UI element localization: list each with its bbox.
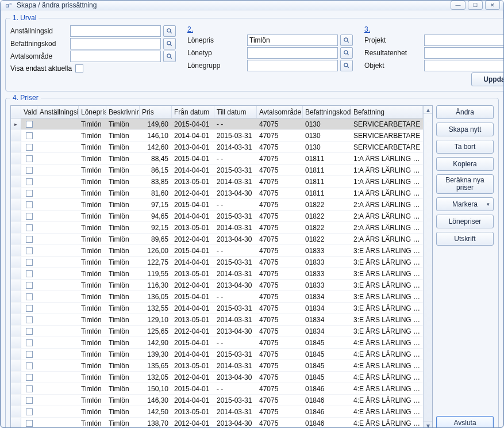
urval-mid-lookup-1[interactable] [340, 47, 353, 59]
table-row[interactable]: TimlönTimlön86,152014-04-012015-03-31470… [11, 165, 432, 176]
close-window-button[interactable]: ✕ [485, 1, 500, 10]
urval-right-input-2[interactable] [424, 60, 504, 71]
row-checkbox[interactable] [21, 178, 37, 185]
table-row[interactable]: TimlönTimlön97,152015-04-01- -4707501822… [11, 199, 432, 211]
table-row[interactable]: TimlönTimlön92,152013-05-012014-03-31470… [11, 222, 432, 234]
update-button[interactable]: Uppdatera [471, 72, 504, 86]
row-checkbox[interactable] [21, 247, 37, 254]
maximize-button[interactable]: ☐ [468, 1, 483, 10]
row-checkbox[interactable] [21, 132, 37, 139]
copy-button[interactable]: Kopiera [436, 157, 494, 171]
row-checkbox[interactable] [21, 374, 37, 381]
table-row[interactable]: TimlönTimlön150,102015-04-01- -470750184… [11, 383, 432, 395]
urval-left-lookup-0[interactable] [163, 25, 176, 37]
col-header-3[interactable]: Lönepris [79, 106, 106, 118]
urval-right-input-0[interactable] [424, 35, 504, 46]
row-checkbox[interactable] [21, 259, 37, 266]
col-header-9[interactable]: Befattningskod [303, 106, 351, 118]
urval-mid-lookup-0[interactable] [340, 35, 353, 46]
col-header-0[interactable] [11, 106, 21, 118]
row-checkbox[interactable] [21, 213, 37, 220]
delete-button[interactable]: Ta bort [436, 140, 494, 154]
table-row[interactable]: TimlönTimlön146,102014-04-012015-03-3147… [11, 130, 432, 142]
table-row[interactable]: TimlönTimlön132,552014-04-012015-03-3147… [11, 303, 432, 314]
urval-left-input-0[interactable] [70, 25, 161, 37]
row-checkbox[interactable] [21, 167, 37, 174]
row-checkbox[interactable] [21, 397, 37, 404]
lonepriser-button[interactable]: Lönepriser [436, 215, 494, 228]
col-header-2[interactable]: Anställningsid [37, 106, 79, 118]
row-checkbox[interactable] [21, 236, 37, 243]
table-row[interactable]: TimlönTimlön94,652014-04-012015-03-31470… [11, 211, 432, 222]
grid-scrollbar[interactable]: ▴▾ [423, 106, 432, 428]
table-row[interactable]: TimlönTimlön81,602012-04-012013-04-30470… [11, 188, 432, 199]
row-checkbox[interactable] [21, 385, 37, 392]
new-button[interactable]: Skapa nytt [436, 123, 494, 136]
row-checkbox[interactable] [21, 293, 37, 300]
avsluta-button[interactable]: Avsluta [436, 416, 494, 428]
table-row[interactable]: TimlönTimlön136,052015-04-01- -470750183… [11, 291, 432, 303]
print-button[interactable]: Utskrift [436, 232, 494, 246]
table-row[interactable]: TimlönTimlön125,652012-04-012013-04-3047… [11, 326, 432, 337]
table-row[interactable]: TimlönTimlön119,552013-05-012014-03-3147… [11, 268, 432, 280]
show-current-checkbox[interactable] [75, 64, 83, 72]
table-row[interactable]: TimlönTimlön122,752014-04-012015-03-3147… [11, 257, 432, 268]
table-row[interactable]: TimlönTimlön83,852013-05-012014-03-31470… [11, 176, 432, 188]
row-checkbox[interactable] [21, 420, 37, 427]
urval-left-input-2[interactable] [70, 51, 161, 62]
table-row[interactable]: TimlönTimlön132,052012-04-012013-04-3047… [11, 372, 432, 383]
table-row[interactable]: TimlönTimlön135,652013-05-012014-03-3147… [11, 360, 432, 372]
col-header-4[interactable]: Beskrivning [106, 106, 140, 118]
row-checkbox[interactable] [21, 305, 37, 312]
table-row[interactable]: TimlönTimlön138,702012-04-012013-04-3047… [11, 418, 432, 428]
row-checkbox[interactable] [21, 408, 37, 415]
table-row[interactable]: TimlönTimlön88,452015-04-01- -4707501811… [11, 153, 432, 165]
urval-mid-input-1[interactable] [247, 47, 338, 59]
table-row[interactable]: TimlönTimlön129,102013-05-012014-03-3147… [11, 314, 432, 326]
row-checkbox[interactable] [21, 362, 37, 369]
table-row[interactable]: TimlönTimlön142,602013-04-012014-03-3147… [11, 142, 432, 153]
urval-mid-input-2[interactable] [247, 60, 338, 71]
urval-mid-lookup-2[interactable] [340, 60, 353, 71]
col-header-1[interactable]: Vald [21, 106, 37, 118]
urval-left-input-1[interactable] [70, 38, 161, 49]
edit-button[interactable]: Ändra [436, 105, 494, 119]
urval-mid-input-0[interactable] [247, 35, 338, 46]
scroll-down-icon[interactable]: ▾ [424, 421, 432, 428]
table-row[interactable]: TimlönTimlön126,002015-04-01- -470750183… [11, 245, 432, 257]
row-checkbox[interactable] [21, 155, 37, 162]
row-checkbox[interactable] [21, 201, 37, 208]
table-row[interactable]: TimlönTimlön139,302014-04-012015-03-3147… [11, 349, 432, 360]
urval-left-lookup-1[interactable] [163, 38, 176, 49]
row-checkbox[interactable] [21, 339, 37, 346]
row-checkbox[interactable] [21, 328, 37, 335]
col-header-8[interactable]: Avtalsområde [257, 106, 303, 118]
scroll-up-icon[interactable]: ▴ [424, 106, 432, 114]
row-checkbox[interactable] [21, 224, 37, 231]
table-row[interactable]: TimlönTimlön116,302012-04-012013-04-3047… [11, 280, 432, 291]
minimize-button[interactable]: — [451, 1, 465, 10]
calc-button[interactable]: Beräkna nya priser [436, 174, 494, 194]
row-checkbox[interactable] [21, 121, 37, 128]
table-row[interactable]: TimlönTimlön142,902015-04-01- -470750184… [11, 337, 432, 349]
mark-dropdown[interactable]: Markera [436, 197, 494, 211]
col-header-6[interactable]: Från datum [172, 106, 214, 118]
urval-right-input-1[interactable] [424, 47, 504, 59]
col-header-5[interactable]: Pris [140, 106, 172, 118]
magnifier-icon [166, 40, 173, 47]
row-checkbox[interactable] [21, 144, 37, 151]
col-header-10[interactable]: Befattning [351, 106, 423, 118]
table-row[interactable]: TimlönTimlön89,652012-04-012013-04-30470… [11, 234, 432, 245]
table-row[interactable]: TimlönTimlön146,302014-04-012015-03-3147… [11, 395, 432, 406]
row-checkbox[interactable] [21, 270, 37, 277]
row-checkbox[interactable] [21, 190, 37, 197]
cell-lonepris: Timlön [79, 327, 106, 335]
table-row[interactable]: TimlönTimlön142,502013-05-012014-03-3147… [11, 406, 432, 418]
grid-body[interactable]: ▸TimlönTimlön149,602015-04-01- -47075013… [11, 119, 432, 428]
urval-left-lookup-2[interactable] [163, 51, 176, 62]
row-checkbox[interactable] [21, 282, 37, 289]
row-checkbox[interactable] [21, 316, 37, 323]
table-row[interactable]: ▸TimlönTimlön149,602015-04-01- -47075013… [11, 119, 432, 130]
col-header-7[interactable]: Till datum [214, 106, 257, 118]
row-checkbox[interactable] [21, 351, 37, 358]
